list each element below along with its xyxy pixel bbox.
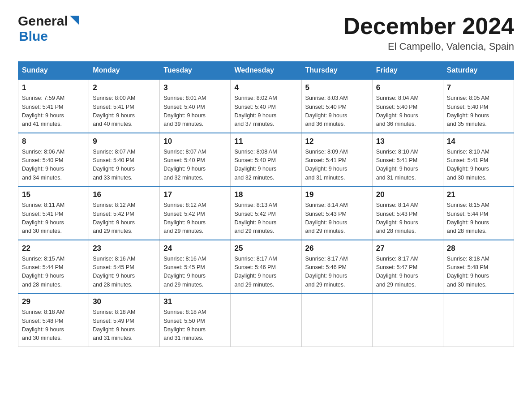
day-number: 8: [22, 137, 85, 146]
table-row: 20Sunrise: 8:14 AMSunset: 5:43 PMDayligh…: [372, 186, 443, 240]
day-number: 22: [22, 244, 85, 253]
day-info: Sunrise: 8:18 AMSunset: 5:48 PMDaylight:…: [22, 308, 85, 343]
day-number: 13: [376, 137, 439, 146]
day-number: 9: [93, 137, 156, 146]
table-row: [231, 293, 301, 347]
day-number: 30: [93, 297, 156, 306]
day-number: 2: [93, 83, 156, 92]
day-number: 27: [376, 244, 439, 253]
table-row: 30Sunrise: 8:18 AMSunset: 5:49 PMDayligh…: [89, 293, 160, 347]
day-number: 19: [305, 190, 369, 199]
day-number: 31: [163, 297, 227, 306]
table-row: 7Sunrise: 8:05 AMSunset: 5:40 PMDaylight…: [443, 79, 514, 133]
col-tuesday: Tuesday: [160, 62, 231, 80]
day-number: 16: [93, 190, 156, 199]
day-info: Sunrise: 8:10 AMSunset: 5:41 PMDaylight:…: [447, 148, 510, 183]
day-number: 4: [234, 83, 297, 92]
day-info: Sunrise: 8:18 AMSunset: 5:50 PMDaylight:…: [163, 308, 227, 343]
day-number: 23: [93, 244, 156, 253]
table-row: 6Sunrise: 8:04 AMSunset: 5:40 PMDaylight…: [372, 79, 443, 133]
day-number: 3: [163, 83, 227, 92]
day-info: Sunrise: 8:15 AMSunset: 5:44 PMDaylight:…: [447, 201, 510, 236]
calendar-table: Sunday Monday Tuesday Wednesday Thursday…: [18, 61, 514, 347]
day-info: Sunrise: 8:07 AMSunset: 5:40 PMDaylight:…: [93, 148, 156, 183]
title-area: December 2024 El Campello, Valencia, Spa…: [343, 13, 514, 52]
day-info: Sunrise: 8:11 AMSunset: 5:41 PMDaylight:…: [22, 201, 85, 236]
day-info: Sunrise: 8:09 AMSunset: 5:41 PMDaylight:…: [305, 148, 369, 183]
day-info: Sunrise: 8:03 AMSunset: 5:40 PMDaylight:…: [305, 94, 369, 129]
col-wednesday: Wednesday: [231, 62, 301, 80]
day-number: 20: [376, 190, 439, 199]
day-info: Sunrise: 8:01 AMSunset: 5:40 PMDaylight:…: [163, 94, 227, 129]
day-number: 25: [234, 244, 297, 253]
col-friday: Friday: [372, 62, 443, 80]
day-number: 18: [234, 190, 297, 199]
day-info: Sunrise: 8:05 AMSunset: 5:40 PMDaylight:…: [447, 94, 510, 129]
table-row: 21Sunrise: 8:15 AMSunset: 5:44 PMDayligh…: [443, 186, 514, 240]
table-row: 1Sunrise: 7:59 AMSunset: 5:41 PMDaylight…: [18, 79, 89, 133]
table-row: 28Sunrise: 8:18 AMSunset: 5:48 PMDayligh…: [443, 240, 514, 294]
logo-general-text: General: [18, 13, 68, 29]
day-info: Sunrise: 7:59 AMSunset: 5:41 PMDaylight:…: [22, 94, 85, 129]
day-info: Sunrise: 8:15 AMSunset: 5:44 PMDaylight:…: [22, 255, 85, 290]
calendar-header-row: Sunday Monday Tuesday Wednesday Thursday…: [18, 62, 514, 80]
day-number: 11: [234, 137, 297, 146]
svg-marker-0: [70, 16, 79, 25]
day-info: Sunrise: 8:17 AMSunset: 5:46 PMDaylight:…: [305, 255, 369, 290]
location-title: El Campello, Valencia, Spain: [343, 41, 514, 52]
table-row: 19Sunrise: 8:14 AMSunset: 5:43 PMDayligh…: [301, 186, 372, 240]
day-info: Sunrise: 8:08 AMSunset: 5:40 PMDaylight:…: [234, 148, 297, 183]
table-row: 12Sunrise: 8:09 AMSunset: 5:41 PMDayligh…: [301, 133, 372, 187]
day-number: 21: [447, 190, 510, 199]
day-number: 28: [447, 244, 510, 253]
day-number: 29: [22, 297, 85, 306]
day-number: 26: [305, 244, 369, 253]
calendar-week-row: 15Sunrise: 8:11 AMSunset: 5:41 PMDayligh…: [18, 186, 514, 240]
table-row: 5Sunrise: 8:03 AMSunset: 5:40 PMDaylight…: [301, 79, 372, 133]
table-row: 10Sunrise: 8:07 AMSunset: 5:40 PMDayligh…: [160, 133, 231, 187]
table-row: 24Sunrise: 8:16 AMSunset: 5:45 PMDayligh…: [160, 240, 231, 294]
day-info: Sunrise: 8:13 AMSunset: 5:42 PMDaylight:…: [234, 201, 297, 236]
table-row: 16Sunrise: 8:12 AMSunset: 5:42 PMDayligh…: [89, 186, 160, 240]
table-row: 11Sunrise: 8:08 AMSunset: 5:40 PMDayligh…: [231, 133, 301, 187]
table-row: 18Sunrise: 8:13 AMSunset: 5:42 PMDayligh…: [231, 186, 301, 240]
table-row: 13Sunrise: 8:10 AMSunset: 5:41 PMDayligh…: [372, 133, 443, 187]
table-row: 26Sunrise: 8:17 AMSunset: 5:46 PMDayligh…: [301, 240, 372, 294]
day-number: 14: [447, 137, 510, 146]
table-row: 14Sunrise: 8:10 AMSunset: 5:41 PMDayligh…: [443, 133, 514, 187]
logo-blue-text: Blue: [19, 29, 48, 43]
table-row: 4Sunrise: 8:02 AMSunset: 5:40 PMDaylight…: [231, 79, 301, 133]
calendar-week-row: 22Sunrise: 8:15 AMSunset: 5:44 PMDayligh…: [18, 240, 514, 294]
page-header: General Blue December 2024 El Campello, …: [18, 13, 514, 52]
day-number: 12: [305, 137, 369, 146]
calendar-week-row: 1Sunrise: 7:59 AMSunset: 5:41 PMDaylight…: [18, 79, 514, 133]
day-info: Sunrise: 8:14 AMSunset: 5:43 PMDaylight:…: [305, 201, 369, 236]
table-row: 29Sunrise: 8:18 AMSunset: 5:48 PMDayligh…: [18, 293, 89, 347]
table-row: 3Sunrise: 8:01 AMSunset: 5:40 PMDaylight…: [160, 79, 231, 133]
calendar-week-row: 29Sunrise: 8:18 AMSunset: 5:48 PMDayligh…: [18, 293, 514, 347]
table-row: 23Sunrise: 8:16 AMSunset: 5:45 PMDayligh…: [89, 240, 160, 294]
day-number: 15: [22, 190, 85, 199]
day-info: Sunrise: 8:00 AMSunset: 5:41 PMDaylight:…: [93, 94, 156, 129]
table-row: [372, 293, 443, 347]
day-number: 17: [163, 190, 227, 199]
day-number: 10: [163, 137, 227, 146]
day-info: Sunrise: 8:18 AMSunset: 5:49 PMDaylight:…: [93, 308, 156, 343]
col-thursday: Thursday: [301, 62, 372, 80]
table-row: 9Sunrise: 8:07 AMSunset: 5:40 PMDaylight…: [89, 133, 160, 187]
day-info: Sunrise: 8:07 AMSunset: 5:40 PMDaylight:…: [163, 148, 227, 183]
logo-triangle-icon: [69, 16, 79, 26]
day-info: Sunrise: 8:10 AMSunset: 5:41 PMDaylight:…: [376, 148, 439, 183]
day-info: Sunrise: 8:18 AMSunset: 5:48 PMDaylight:…: [447, 255, 510, 290]
day-number: 24: [163, 244, 227, 253]
day-number: 1: [22, 83, 85, 92]
calendar-week-row: 8Sunrise: 8:06 AMSunset: 5:40 PMDaylight…: [18, 133, 514, 187]
col-saturday: Saturday: [443, 62, 514, 80]
table-row: [443, 293, 514, 347]
day-info: Sunrise: 8:17 AMSunset: 5:46 PMDaylight:…: [234, 255, 297, 290]
day-number: 5: [305, 83, 369, 92]
table-row: 2Sunrise: 8:00 AMSunset: 5:41 PMDaylight…: [89, 79, 160, 133]
table-row: 15Sunrise: 8:11 AMSunset: 5:41 PMDayligh…: [18, 186, 89, 240]
day-info: Sunrise: 8:17 AMSunset: 5:47 PMDaylight:…: [376, 255, 439, 290]
table-row: [301, 293, 372, 347]
